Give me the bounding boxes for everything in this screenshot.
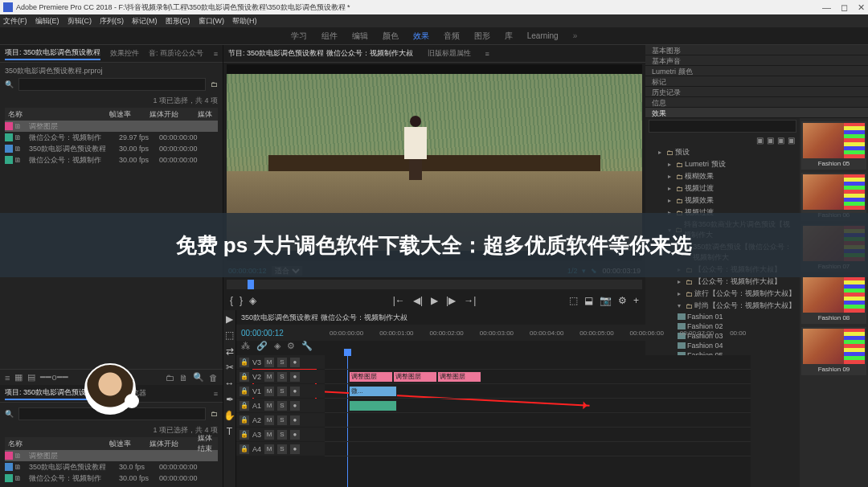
delete-icon[interactable]: 🗑	[209, 373, 218, 383]
table-row[interactable]: 🗎微信公众号：视频制作29.97 fps00:00:00:00	[5, 132, 218, 143]
type-tool-icon[interactable]: T	[227, 426, 232, 437]
hand-tool-icon[interactable]: ✋	[223, 410, 235, 421]
maximize-button[interactable]: ◻	[841, 2, 848, 13]
column-header[interactable]: 媒体开始	[149, 439, 198, 449]
menu-item[interactable]: 剪辑(C)	[68, 16, 92, 27]
freeform-view-icon[interactable]: ▤	[27, 372, 35, 383]
timeline-tracks[interactable]: 🔒V3MS●🔒V2MS●调整图层调整图层调整图层🔒V1MS●微...🔒A1MS●…	[236, 355, 751, 487]
project-search-input[interactable]	[18, 78, 206, 91]
tree-folder[interactable]: ▸🗀视频过渡	[649, 182, 796, 194]
effects-search-input[interactable]	[649, 120, 796, 133]
fx-badge-icon[interactable]: ▣	[788, 136, 795, 145]
ripple-tool-icon[interactable]: ⇄	[226, 346, 234, 357]
fx-badge-icon[interactable]: ▣	[767, 136, 774, 145]
minimize-button[interactable]: —	[822, 2, 831, 13]
table-row[interactable]: 🗎微信公众号：视频制作30.00 fps00:00:00:00	[5, 154, 218, 166]
step-fwd-icon[interactable]: |▶	[446, 295, 456, 306]
timeline-track[interactable]: 🔒V1MS●微...	[325, 384, 751, 399]
linked-sel-icon[interactable]: 🔗	[256, 341, 268, 355]
menu-item[interactable]: 编辑(E)	[35, 16, 59, 27]
workspace-tab[interactable]: 颜色	[383, 31, 399, 42]
list-view-icon[interactable]: ≡	[5, 373, 10, 383]
workspace-tab[interactable]: Learning	[527, 31, 559, 40]
timeline-track[interactable]: 🔒A3MS●	[325, 428, 751, 442]
program-scrubber[interactable]	[227, 280, 642, 289]
selection-tool-icon[interactable]: ▶	[226, 313, 233, 325]
go-to-out-icon[interactable]: →|	[464, 295, 476, 306]
side-tab[interactable]: 信息	[645, 97, 868, 108]
side-tab[interactable]: 基本声音	[645, 55, 868, 66]
panel-menu-icon[interactable]: ≡	[214, 50, 218, 58]
side-tab[interactable]: 标记	[645, 76, 868, 87]
marker-icon[interactable]: ◈	[274, 341, 280, 355]
effect-preset[interactable]: Fashion 04	[649, 341, 796, 350]
sequence-tab[interactable]: 350款电影调色预设教程 微信公众号：视频制作大叔	[241, 313, 407, 323]
pen-tool-icon[interactable]: ✒	[226, 394, 234, 405]
bin-icon[interactable]: 🗀	[211, 410, 218, 418]
settings-icon[interactable]: ⚙	[287, 341, 295, 355]
lift-icon[interactable]: ⬚	[569, 295, 578, 306]
timeline-clip[interactable]: 调整图层	[393, 371, 437, 383]
timeline-clip[interactable]: 微...	[349, 386, 397, 397]
side-tab[interactable]: Lumetri 颜色	[645, 66, 868, 76]
column-header[interactable]: 名称	[5, 439, 109, 449]
tree-folder[interactable]: ▾🗀时尚【公众号：视频制作大叔】	[649, 300, 796, 312]
side-tab[interactable]: 效果	[645, 108, 868, 118]
panel-tab[interactable]: 效果控件	[110, 48, 139, 59]
column-header[interactable]: 媒体结束	[198, 433, 218, 454]
tree-folder[interactable]: ▸🗀预设	[649, 146, 796, 158]
panel-tab[interactable]: 旧版标题属性	[428, 48, 471, 59]
razor-tool-icon[interactable]: ✂	[226, 362, 234, 373]
search-icon[interactable]: 🔍	[5, 80, 14, 88]
timeline-track[interactable]: 🔒A4MS●	[325, 442, 751, 456]
fx-badge-icon[interactable]: ▣	[777, 136, 784, 145]
add-button-icon[interactable]: +	[633, 295, 639, 306]
wrench-icon[interactable]: 🔧	[301, 341, 313, 355]
tree-folder[interactable]: ▸🗀旅行【公众号：视频制作大叔】	[649, 288, 796, 300]
tree-folder[interactable]: ▸🗀【公众号：视频制作大叔】	[649, 276, 796, 288]
preset-thumb[interactable]: Fashion 09	[801, 327, 866, 375]
timeline-track[interactable]: 🔒A1MS●	[325, 399, 751, 413]
new-bin-icon[interactable]: 🗀	[166, 373, 174, 383]
timeline-ruler[interactable]: 00:00:00:0000:00:01:0000:00:02:0000:00:0…	[330, 329, 746, 337]
settings-icon[interactable]: ⚙	[618, 295, 627, 306]
timeline-track[interactable]: 🔒V3MS●	[325, 355, 751, 370]
menu-item[interactable]: 图形(G)	[166, 16, 190, 27]
marker-icon[interactable]: ◈	[249, 295, 256, 306]
mark-out-icon[interactable]: }	[240, 295, 243, 306]
menu-item[interactable]: 文件(F)	[3, 16, 27, 27]
new-item-icon[interactable]: 🗎	[179, 373, 188, 383]
timeline-clip[interactable]: 调整图层	[349, 371, 393, 383]
track-select-tool-icon[interactable]: ⬚	[225, 329, 234, 341]
timeline-track[interactable]: 🔒A2MS●	[325, 413, 751, 428]
panel-tab[interactable]: 节目: 350款电影调色预设教程 微信公众号：视频制作大叔	[228, 48, 413, 59]
icon-view-icon[interactable]: ▦	[14, 372, 23, 383]
preset-thumb[interactable]: Fashion 08	[801, 276, 866, 324]
fx-badge-icon[interactable]: ▣	[756, 136, 764, 145]
find-icon[interactable]: 🔍	[193, 372, 204, 383]
workspace-tab[interactable]: 图形	[474, 31, 490, 42]
effect-preset[interactable]: Fashion 01	[649, 312, 796, 321]
table-row[interactable]: 🗎350款电影调色预设教程30.0 fps00:00:00:00	[5, 461, 218, 473]
tree-folder[interactable]: ▸🗀模糊效果	[649, 170, 796, 182]
close-button[interactable]: ✕	[858, 2, 865, 13]
tree-folder[interactable]: ▸🗀Lumetri 预设	[649, 158, 796, 170]
table-row[interactable]: 🗎调整图层	[5, 450, 218, 461]
workspace-tab[interactable]: 音频	[444, 31, 460, 42]
tree-folder[interactable]: ▸🗀视频效果	[649, 194, 796, 207]
workspace-tab[interactable]: 学习	[291, 31, 307, 42]
column-header[interactable]: 帧速率	[109, 439, 149, 449]
more-workspaces-icon[interactable]: »	[573, 31, 578, 40]
menu-item[interactable]: 窗口(W)	[199, 16, 225, 27]
table-row[interactable]: 🗎调整图层	[5, 121, 218, 132]
menu-item[interactable]: 序列(S)	[100, 16, 124, 27]
column-header[interactable]: 帧速率	[109, 109, 149, 120]
go-to-in-icon[interactable]: |←	[393, 295, 405, 306]
panel-tab[interactable]: 项目: 350款电影调色预设教程	[5, 47, 100, 60]
export-frame-icon[interactable]: 📷	[600, 295, 612, 306]
play-icon[interactable]: ▶	[431, 295, 438, 306]
panel-tab[interactable]: 音: 画质论公众号	[149, 48, 203, 59]
extract-icon[interactable]: ⬓	[584, 295, 593, 306]
table-row[interactable]: 🗎350款电影调色预设教程30.00 fps00:00:00:00	[5, 143, 218, 154]
column-header[interactable]: 名称	[5, 109, 109, 120]
